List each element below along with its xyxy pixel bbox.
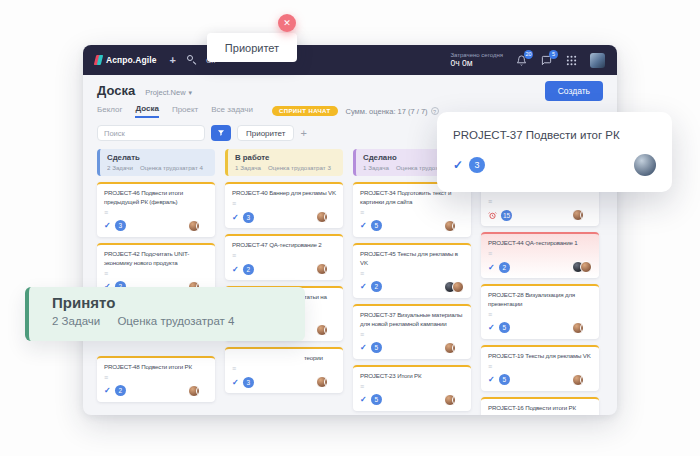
task-meta: ✓3 bbox=[232, 376, 336, 388]
task-title: PROJECT-28 Визуализация для презентации bbox=[488, 291, 592, 309]
task-meta: ✓5 bbox=[488, 374, 592, 386]
check-icon: ✓ bbox=[104, 221, 111, 230]
task-title: PROJECT-45 Тексты для рекламы в VK bbox=[360, 250, 464, 268]
task-meta: ✓5 bbox=[360, 394, 464, 406]
avatar bbox=[324, 324, 336, 336]
screenshot-stage: Аспро.Agile + Сп Затрачено сегодня 0ч 0м… bbox=[0, 0, 700, 456]
task-card[interactable]: PROJECT-40 Баннер для рекламы VK≡✓3 bbox=[225, 182, 343, 228]
avatar bbox=[452, 220, 464, 232]
task-title: PROJECT-48 Подвести итоги РК bbox=[104, 363, 208, 372]
task-title: PROJECT-19 Тексты для рекламы VK bbox=[488, 352, 592, 361]
create-button[interactable]: Создать bbox=[545, 81, 603, 101]
task-meta: ✓2 bbox=[104, 385, 208, 397]
accepted-estimate: Оценка трудозатрат 4 bbox=[117, 315, 234, 327]
project-selector[interactable]: Project.New ▾ bbox=[145, 88, 192, 97]
task-card[interactable]: PROJECT-19 Тексты для рекламы VK≡✓5 bbox=[481, 345, 599, 391]
task-title: PROJECT-44 QA-тестирование 1 bbox=[488, 239, 592, 248]
assignee-avatars bbox=[448, 220, 464, 232]
add-filter-button[interactable]: + bbox=[300, 128, 306, 139]
task-title: PROJECT-23 Итоги РК bbox=[360, 372, 464, 381]
check-icon: ✓ bbox=[360, 221, 367, 230]
close-icon[interactable]: ✕ bbox=[278, 14, 296, 32]
bell-icon[interactable]: 20 bbox=[515, 54, 528, 67]
task-title: PROJECT-46 Подвести итоги предыдущей РК … bbox=[104, 189, 208, 207]
tab-all-tasks[interactable]: Все задачи bbox=[211, 105, 253, 117]
description-icon: ≡ bbox=[360, 383, 464, 390]
funnel-icon bbox=[217, 129, 225, 137]
task-meta: ✓2 bbox=[360, 281, 464, 293]
avatar bbox=[196, 220, 208, 232]
points-badge: 2 bbox=[115, 385, 126, 396]
task-card[interactable]: PROJECT-45 Тексты для рекламы в VK≡✓2 bbox=[353, 243, 471, 298]
task-card[interactable]: PROJECT-48 Подвести итоги РК≡✓2 bbox=[97, 356, 215, 402]
assignee-avatars bbox=[448, 342, 464, 354]
project-name: Project.New bbox=[145, 88, 185, 97]
avatar bbox=[452, 394, 464, 406]
assignee-avatars bbox=[320, 376, 336, 388]
column-title: Сделать bbox=[107, 153, 208, 162]
chat-icon[interactable]: 5 bbox=[540, 54, 553, 67]
avatar bbox=[324, 263, 336, 275]
info-icon[interactable]: ? bbox=[431, 107, 439, 115]
avatar bbox=[452, 342, 464, 354]
column-task-count: 1 Задача bbox=[363, 164, 389, 171]
task-card[interactable]: PROJECT-44 QA-тестирование 1≡✓2 bbox=[481, 232, 599, 278]
check-icon: ✓ bbox=[488, 323, 495, 332]
popup-task-title: PROJECT-37 Подвести итог РК bbox=[453, 129, 656, 141]
add-icon[interactable]: + bbox=[170, 55, 176, 66]
task-card[interactable]: PROJECT-46 Подвести итоги предыдущей РК … bbox=[97, 182, 215, 237]
task-card[interactable]: PROJECT-16 Подвести итоги РК≡ bbox=[481, 397, 599, 415]
check-icon: ✓ bbox=[232, 213, 239, 222]
page-title: Доска bbox=[97, 83, 135, 98]
check-icon: ✓ bbox=[104, 386, 111, 395]
column-estimate: Оценка трудозатрат 3 bbox=[268, 164, 331, 171]
tab-board[interactable]: Доска bbox=[135, 104, 158, 118]
search-input[interactable] bbox=[97, 125, 205, 141]
description-icon: ≡ bbox=[488, 363, 592, 370]
app-name: Аспро.Agile bbox=[106, 55, 157, 65]
check-icon: ✓ bbox=[360, 343, 367, 352]
sprint-status-badge: СПРИНТ НАЧАТ bbox=[272, 106, 338, 116]
task-meta: ✓2 bbox=[488, 261, 592, 273]
user-avatar[interactable] bbox=[590, 53, 605, 68]
description-icon: ≡ bbox=[488, 311, 592, 318]
assignee-avatars bbox=[448, 281, 464, 293]
assignee-avatars bbox=[576, 261, 592, 273]
time-spent-value: 0ч 0м bbox=[450, 59, 503, 69]
task-card[interactable]: PROJECT-37 Визуальные материалы для ново… bbox=[353, 304, 471, 359]
column-task-count: 1 Задача bbox=[235, 164, 261, 171]
task-meta: 15 bbox=[488, 209, 592, 221]
description-icon: ≡ bbox=[360, 270, 464, 277]
column-meta: 2 ЗадачиОценка трудозатрат 4 bbox=[107, 164, 208, 171]
task-card[interactable]: теории≡✓3 bbox=[225, 347, 343, 393]
points-badge: 2 bbox=[243, 264, 254, 275]
apps-grid-icon[interactable] bbox=[565, 54, 578, 67]
points-badge: 5 bbox=[371, 220, 382, 231]
assignee-avatars bbox=[576, 209, 592, 221]
assignee-avatars bbox=[320, 324, 336, 336]
description-icon: ≡ bbox=[360, 331, 464, 338]
avatar bbox=[634, 154, 656, 176]
tab-project[interactable]: Проект bbox=[172, 105, 198, 117]
avatar bbox=[580, 209, 592, 221]
search-icon[interactable] bbox=[187, 55, 197, 65]
filter-button[interactable] bbox=[211, 125, 231, 141]
task-card[interactable]: PROJECT-23 Итоги РК≡✓5 bbox=[353, 365, 471, 411]
task-title: PROJECT-47 QA-тестирование 2 bbox=[232, 241, 336, 250]
priority-tooltip: Приоритет bbox=[207, 33, 297, 62]
task-meta: ✓3 bbox=[104, 220, 208, 232]
accepted-column-callout: Принято 2 Задачи Оценка трудозатрат 4 bbox=[25, 287, 305, 341]
top-navigation-bar: Аспро.Agile + Сп Затрачено сегодня 0ч 0м… bbox=[83, 45, 617, 75]
tab-backlog[interactable]: Беклог bbox=[97, 105, 122, 117]
app-window: Аспро.Agile + Сп Затрачено сегодня 0ч 0м… bbox=[83, 45, 617, 415]
points-badge: 2 bbox=[499, 262, 510, 273]
assignee-avatars bbox=[576, 322, 592, 334]
column-estimate: Оценка трудозатрат 4 bbox=[140, 164, 203, 171]
chevron-down-icon: ▾ bbox=[189, 89, 193, 97]
task-card-popup[interactable]: PROJECT-37 Подвести итог РК ✓ 3 bbox=[437, 112, 672, 192]
task-card[interactable]: PROJECT-47 QA-тестирование 2≡✓2 bbox=[225, 234, 343, 280]
task-card[interactable]: PROJECT-28 Визуализация для презентации≡… bbox=[481, 284, 599, 339]
check-icon: ✓ bbox=[232, 378, 239, 387]
assignee-avatars bbox=[192, 385, 208, 397]
priority-filter-button[interactable]: Приоритет bbox=[237, 125, 294, 141]
